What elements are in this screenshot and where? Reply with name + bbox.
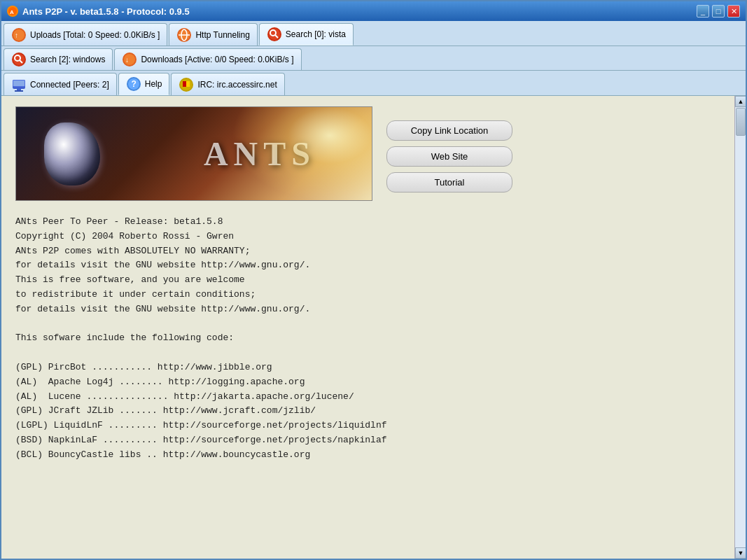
download-icon: ↓ [122, 52, 137, 67]
website-button[interactable]: Web Site [386, 146, 512, 167]
svg-rect-24 [15, 90, 23, 92]
svg-text:↓: ↓ [125, 56, 129, 64]
tab-irc-label: IRC: irc.accessirc.net [197, 80, 277, 90]
tab-connected-label: Connected [Peers: 2] [30, 80, 109, 90]
tabs-row-2: Search [2]: windows ↓ Downloads [Active:… [1, 46, 746, 71]
help-icon: ? [126, 76, 141, 92]
copy-link-button[interactable]: Copy Link Location [386, 120, 512, 141]
search-icon-vista [267, 27, 282, 42]
tab-help[interactable]: ? Help [118, 73, 170, 95]
content-area: ANTS Copy Link Location Web Site Tutoria… [1, 96, 734, 559]
window-title: Ants P2P - v. beta1.5.8 - Protocol: 0.9.… [22, 6, 190, 17]
tab-connected[interactable]: Connected [Peers: 2] [4, 73, 117, 95]
tabs-row-1: ↑ Uploads [Total: 0 Speed: 0.0KiB/s ] Ht… [1, 21, 746, 46]
banner-section: ANTS Copy Link Location Web Site Tutoria… [15, 106, 720, 201]
tab-search-windows-label: Search [2]: windows [30, 55, 105, 64]
search-icon-windows [11, 52, 27, 67]
connected-icon [11, 77, 27, 92]
banner-image: ANTS [15, 106, 372, 201]
tab-search-windows[interactable]: Search [2]: windows [4, 48, 113, 70]
title-controls: _ □ ✕ [697, 5, 740, 18]
close-button[interactable]: ✕ [727, 5, 740, 18]
banner-light [232, 107, 372, 201]
svg-rect-31 [186, 81, 190, 87]
scroll-down-button[interactable]: ▼ [735, 547, 746, 559]
title-bar-left: A Ants P2P - v. beta1.5.8 - Protocol: 0.… [7, 6, 190, 17]
irc-icon [179, 77, 194, 92]
title-bar: A Ants P2P - v. beta1.5.8 - Protocol: 0.… [1, 1, 746, 21]
svg-rect-22 [13, 80, 25, 86]
svg-text:?: ? [131, 79, 136, 89]
maximize-button[interactable]: □ [712, 5, 725, 18]
svg-text:A: A [10, 9, 14, 15]
app-icon: A [7, 6, 18, 17]
tab-http[interactable]: Http Tunneling [169, 23, 257, 46]
scroll-track[interactable] [735, 107, 746, 547]
tab-irc[interactable]: IRC: irc.accessirc.net [171, 73, 284, 95]
svg-text:↑: ↑ [15, 31, 18, 39]
scroll-up-button[interactable]: ▲ [735, 96, 746, 107]
tab-uploads-label: Uploads [Total: 0 Speed: 0.0KiB/s ] [30, 30, 160, 40]
tab-help-label: Help [145, 79, 162, 89]
scrollbar: ▲ ▼ [734, 96, 746, 559]
tabs-row-3: Connected [Peers: 2] ? Help IRC: irc.acc… [1, 71, 746, 96]
upload-icon: ↑ [11, 27, 27, 43]
action-buttons: Copy Link Location Web Site Tutorial [386, 106, 512, 201]
main-content: ANTS Copy Link Location Web Site Tutoria… [1, 96, 746, 559]
tab-http-label: Http Tunneling [195, 30, 249, 40]
banner-orb [44, 122, 100, 186]
minimize-button[interactable]: _ [697, 5, 709, 18]
http-icon [176, 27, 192, 43]
tab-search-vista[interactable]: Search [0]: vista [259, 23, 354, 46]
tab-uploads[interactable]: ↑ Uploads [Total: 0 Speed: 0.0KiB/s ] [4, 23, 167, 46]
tab-downloads[interactable]: ↓ Downloads [Active: 0/0 Speed: 0.0KiB/s… [114, 48, 301, 70]
main-window: A Ants P2P - v. beta1.5.8 - Protocol: 0.… [0, 0, 747, 560]
tab-search-vista-label: Search [0]: vista [286, 29, 346, 39]
scroll-thumb[interactable] [736, 108, 746, 136]
svg-rect-30 [183, 81, 186, 87]
tutorial-button[interactable]: Tutorial [386, 172, 512, 192]
tab-downloads-label: Downloads [Active: 0/0 Speed: 0.0KiB/s ] [141, 55, 293, 64]
info-text: ANts Peer To Peer - Release: beta1.5.8 C… [15, 215, 720, 463]
